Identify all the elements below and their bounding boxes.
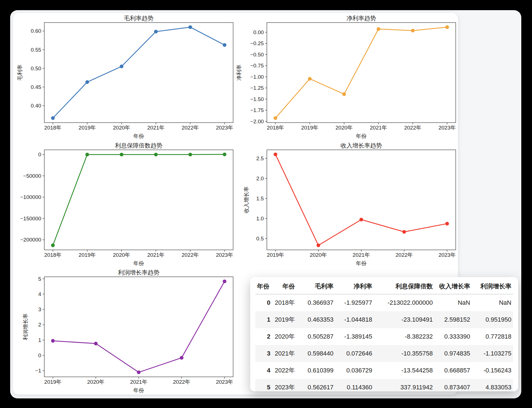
table-cell: -1.103275: [472, 345, 513, 362]
row-index: 3: [255, 345, 272, 362]
x-tick-label: 2022年: [173, 379, 190, 385]
data-point: [445, 25, 449, 29]
data-point: [359, 218, 363, 221]
x-tick-label: 2019年: [79, 252, 96, 258]
y-tick-label: 0: [38, 352, 41, 358]
data-line: [53, 282, 225, 372]
gross-margin-chart-svg: 毛利率趋势0.400.450.500.550.602018年2019年2020年…: [13, 13, 236, 140]
table-cell: 2.598152: [434, 311, 472, 328]
table-cell: 0.333390: [434, 328, 472, 345]
data-point: [51, 116, 55, 120]
chart-revenue-growth-trend: 收入增长率趋势0.51.01.52.02.52019年2020年2021年202…: [236, 140, 458, 267]
x-tick-label: 2020年: [87, 379, 104, 385]
table-cell: 2023年: [272, 379, 296, 391]
x-axis-label: 年份: [133, 387, 144, 393]
data-point: [154, 153, 158, 156]
data-point: [411, 29, 414, 32]
table-cell: 2020年: [272, 328, 296, 345]
y-tick-label: 0.45: [31, 84, 41, 90]
data-point: [51, 339, 55, 343]
row-index: 4: [255, 362, 272, 379]
row-index: 2: [255, 328, 272, 345]
x-tick-label: 2023年: [216, 125, 233, 131]
x-tick-label: 2022年: [182, 252, 199, 258]
chart-title: 净利率趋势: [346, 15, 376, 21]
x-tick-label: 2021年: [370, 125, 387, 131]
data-point: [137, 370, 140, 374]
table-cell: -13.544258: [374, 362, 434, 379]
row-index: 0: [255, 294, 272, 312]
data-point: [94, 342, 98, 345]
y-tick-label: 2: [38, 322, 41, 328]
chart-title: 收入增长率趋势: [340, 142, 382, 149]
x-axis-label: 年份: [356, 133, 366, 139]
table-cell: 0.772818: [472, 328, 513, 345]
table-cell: -1.925977: [335, 294, 374, 312]
y-tick-label: 0.60: [31, 28, 41, 34]
data-line: [53, 154, 225, 245]
y-tick-label: −50000: [23, 173, 41, 179]
column-header: 利润增长率: [472, 279, 513, 294]
y-tick-label: −1.75: [250, 107, 264, 113]
y-tick-label: −2.00: [250, 119, 264, 124]
column-header: 收入增长率: [434, 279, 472, 294]
x-tick-label: 2020年: [309, 252, 327, 258]
y-tick-label: 1.0: [256, 216, 263, 221]
y-tick-label: −1.25: [250, 85, 264, 91]
x-tick-label: 2021年: [130, 379, 147, 385]
financial-table-card: 年份年份毛利率净利率利息保障倍数收入增长率利润增长率 02018年0.36693…: [250, 277, 518, 391]
table-cell: 0.562617: [296, 379, 335, 391]
data-line: [53, 27, 225, 118]
y-axis-label: 收入增长率: [243, 186, 249, 213]
y-tick-label: 0.00: [253, 29, 264, 35]
table-cell: -10.355758: [374, 345, 434, 362]
y-tick-label: 0.50: [31, 65, 41, 71]
table-body: 02018年0.366937-1.925977-213022.000000NaN…: [255, 294, 513, 392]
data-line: [275, 154, 447, 245]
y-tick-label: 5: [38, 276, 41, 282]
table-cell: 0.505287: [296, 328, 335, 345]
table-row: 32021年0.5984400.072646-10.3557580.974835…: [255, 345, 513, 362]
table-cell: NaN: [472, 294, 513, 312]
data-point: [223, 43, 227, 47]
y-tick-label: −0.75: [250, 63, 264, 69]
y-axis-label: 毛利率: [17, 65, 23, 81]
y-tick-label: −1.50: [250, 96, 264, 102]
data-point: [120, 153, 123, 156]
y-tick-label: −1: [35, 368, 41, 374]
table-cell: 0.873407: [434, 379, 472, 391]
table-cell: -8.382232: [374, 328, 434, 345]
x-tick-label: 2021年: [147, 252, 164, 258]
x-tick-label: 2022年: [404, 125, 421, 131]
y-tick-label: 0.55: [31, 47, 41, 53]
table-row: 22020年0.505287-1.389145-8.3822320.333390…: [255, 328, 513, 345]
table-header: 年份年份毛利率净利率利息保障倍数收入增长率利润增长率: [255, 279, 513, 294]
y-tick-label: −100000: [20, 194, 41, 200]
data-point: [402, 230, 406, 234]
x-tick-label: 2023年: [216, 379, 233, 385]
table-row: 42022年0.6103990.036729-13.5442580.668857…: [255, 362, 513, 379]
y-tick-label: 1.5: [256, 196, 263, 201]
table-cell: -1.389145: [335, 328, 374, 345]
y-tick-label: −0.25: [250, 40, 264, 46]
revenue-growth-chart-svg: 收入增长率趋势0.51.01.52.02.52019年2020年2021年202…: [236, 140, 458, 267]
y-tick-label: −150000: [20, 215, 41, 221]
x-tick-label: 2021年: [353, 252, 370, 258]
table-row: 02018年0.366937-1.925977-213022.000000NaN…: [255, 294, 513, 312]
x-tick-label: 2022年: [395, 252, 413, 258]
column-header: 毛利率: [296, 279, 335, 294]
table-cell: 0.598440: [296, 345, 335, 362]
y-tick-label: 1: [38, 337, 41, 343]
data-point: [308, 77, 311, 81]
data-point: [342, 92, 346, 96]
y-tick-label: −0.50: [250, 52, 264, 58]
x-tick-label: 2020年: [335, 125, 353, 131]
table-cell: -0.156243: [472, 362, 513, 379]
x-tick-label: 2021年: [147, 125, 164, 131]
plot-border: [44, 277, 233, 377]
y-tick-label: 2.5: [256, 155, 263, 161]
table-cell: 2019年: [272, 311, 296, 328]
column-header: 利息保障倍数: [374, 279, 434, 294]
y-tick-label: 0.40: [31, 103, 41, 109]
chart-title: 毛利率趋势: [124, 15, 153, 21]
